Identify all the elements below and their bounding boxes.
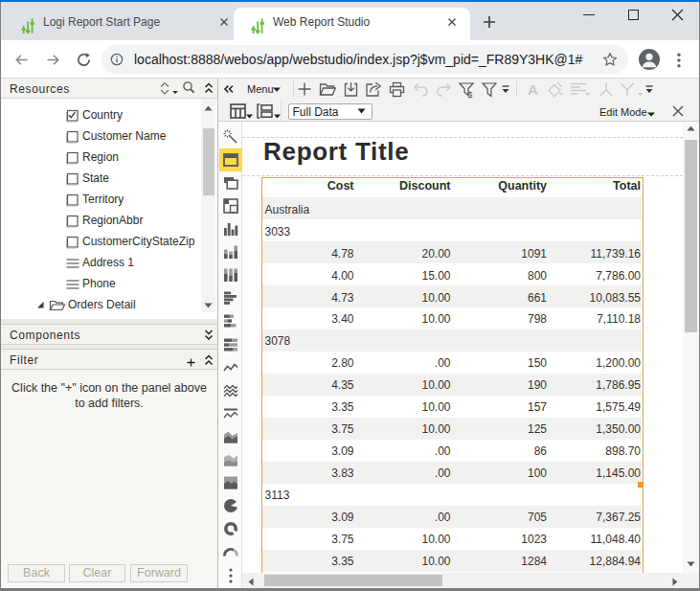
svg-text:$: $	[468, 90, 473, 99]
